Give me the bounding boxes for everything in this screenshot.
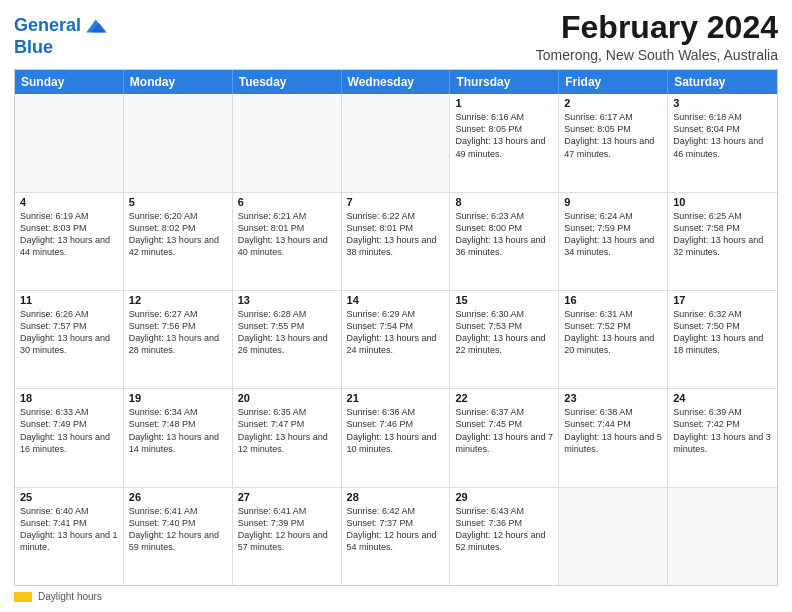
day-number: 28 — [347, 491, 445, 503]
cell-line: Sunset: 8:05 PM — [564, 123, 662, 135]
calendar-cell: 20Sunrise: 6:35 AMSunset: 7:47 PMDayligh… — [233, 389, 342, 486]
cell-line: Sunrise: 6:19 AM — [20, 210, 118, 222]
day-number: 27 — [238, 491, 336, 503]
calendar-cell: 25Sunrise: 6:40 AMSunset: 7:41 PMDayligh… — [15, 488, 124, 585]
cell-line: Sunrise: 6:34 AM — [129, 406, 227, 418]
calendar-header-cell: Monday — [124, 70, 233, 94]
cell-line: Daylight: 13 hours and 40 minutes. — [238, 234, 336, 258]
day-number: 13 — [238, 294, 336, 306]
calendar-cell: 22Sunrise: 6:37 AMSunset: 7:45 PMDayligh… — [450, 389, 559, 486]
day-number: 3 — [673, 97, 772, 109]
calendar-cell: 10Sunrise: 6:25 AMSunset: 7:58 PMDayligh… — [668, 193, 777, 290]
cell-line: Daylight: 13 hours and 18 minutes. — [673, 332, 772, 356]
cell-line: Daylight: 13 hours and 16 minutes. — [20, 431, 118, 455]
cell-line: Sunrise: 6:30 AM — [455, 308, 553, 320]
cell-line: Sunrise: 6:41 AM — [129, 505, 227, 517]
calendar-cell: 29Sunrise: 6:43 AMSunset: 7:36 PMDayligh… — [450, 488, 559, 585]
calendar-cell: 5Sunrise: 6:20 AMSunset: 8:02 PMDaylight… — [124, 193, 233, 290]
cell-line: Daylight: 13 hours and 47 minutes. — [564, 135, 662, 159]
calendar-header-cell: Thursday — [450, 70, 559, 94]
cell-line: Sunset: 8:03 PM — [20, 222, 118, 234]
day-number: 2 — [564, 97, 662, 109]
day-number: 24 — [673, 392, 772, 404]
cell-line: Daylight: 12 hours and 52 minutes. — [455, 529, 553, 553]
calendar-row: 4Sunrise: 6:19 AMSunset: 8:03 PMDaylight… — [15, 192, 777, 290]
cell-line: Sunset: 8:01 PM — [238, 222, 336, 234]
day-number: 8 — [455, 196, 553, 208]
cell-line: Sunset: 7:40 PM — [129, 517, 227, 529]
cell-line: Sunset: 7:42 PM — [673, 418, 772, 430]
calendar-cell: 27Sunrise: 6:41 AMSunset: 7:39 PMDayligh… — [233, 488, 342, 585]
calendar-cell — [668, 488, 777, 585]
cell-line: Sunrise: 6:22 AM — [347, 210, 445, 222]
logo-text: General — [14, 16, 81, 36]
cell-line: Sunrise: 6:16 AM — [455, 111, 553, 123]
cell-line: Sunrise: 6:26 AM — [20, 308, 118, 320]
day-number: 5 — [129, 196, 227, 208]
cell-line: Sunset: 7:59 PM — [564, 222, 662, 234]
calendar-cell: 24Sunrise: 6:39 AMSunset: 7:42 PMDayligh… — [668, 389, 777, 486]
day-number: 7 — [347, 196, 445, 208]
day-number: 25 — [20, 491, 118, 503]
cell-line: Sunrise: 6:43 AM — [455, 505, 553, 517]
calendar-header-cell: Friday — [559, 70, 668, 94]
cell-line: Daylight: 13 hours and 34 minutes. — [564, 234, 662, 258]
title-block: February 2024 Tomerong, New South Wales,… — [536, 10, 778, 63]
cell-line: Sunset: 7:39 PM — [238, 517, 336, 529]
cell-line: Daylight: 12 hours and 57 minutes. — [238, 529, 336, 553]
logo-subtext: Blue — [14, 38, 107, 58]
cell-line: Sunrise: 6:25 AM — [673, 210, 772, 222]
calendar-cell: 15Sunrise: 6:30 AMSunset: 7:53 PMDayligh… — [450, 291, 559, 388]
calendar-cell: 23Sunrise: 6:38 AMSunset: 7:44 PMDayligh… — [559, 389, 668, 486]
calendar-header: SundayMondayTuesdayWednesdayThursdayFrid… — [15, 70, 777, 94]
calendar-cell: 17Sunrise: 6:32 AMSunset: 7:50 PMDayligh… — [668, 291, 777, 388]
cell-line: Daylight: 13 hours and 12 minutes. — [238, 431, 336, 455]
cell-line: Sunset: 7:54 PM — [347, 320, 445, 332]
cell-line: Sunset: 7:56 PM — [129, 320, 227, 332]
calendar-cell — [233, 94, 342, 191]
cell-line: Sunrise: 6:41 AM — [238, 505, 336, 517]
day-number: 9 — [564, 196, 662, 208]
cell-line: Sunrise: 6:39 AM — [673, 406, 772, 418]
calendar-cell: 21Sunrise: 6:36 AMSunset: 7:46 PMDayligh… — [342, 389, 451, 486]
day-number: 23 — [564, 392, 662, 404]
cell-line: Daylight: 13 hours and 1 minute. — [20, 529, 118, 553]
cell-line: Daylight: 13 hours and 20 minutes. — [564, 332, 662, 356]
cell-line: Daylight: 13 hours and 7 minutes. — [455, 431, 553, 455]
calendar-cell: 13Sunrise: 6:28 AMSunset: 7:55 PMDayligh… — [233, 291, 342, 388]
day-number: 22 — [455, 392, 553, 404]
cell-line: Sunset: 7:48 PM — [129, 418, 227, 430]
cell-line: Sunrise: 6:18 AM — [673, 111, 772, 123]
day-number: 17 — [673, 294, 772, 306]
cell-line: Sunset: 7:53 PM — [455, 320, 553, 332]
day-number: 10 — [673, 196, 772, 208]
calendar-body: 1Sunrise: 6:16 AMSunset: 8:05 PMDaylight… — [15, 94, 777, 585]
calendar-header-cell: Wednesday — [342, 70, 451, 94]
day-number: 29 — [455, 491, 553, 503]
cell-line: Daylight: 13 hours and 46 minutes. — [673, 135, 772, 159]
day-number: 6 — [238, 196, 336, 208]
footer: Daylight hours — [14, 591, 778, 602]
cell-line: Daylight: 12 hours and 59 minutes. — [129, 529, 227, 553]
cell-line: Daylight: 13 hours and 32 minutes. — [673, 234, 772, 258]
calendar-cell — [559, 488, 668, 585]
cell-line: Sunset: 8:05 PM — [455, 123, 553, 135]
cell-line: Daylight: 13 hours and 3 minutes. — [673, 431, 772, 455]
cell-line: Daylight: 13 hours and 36 minutes. — [455, 234, 553, 258]
cell-line: Sunrise: 6:38 AM — [564, 406, 662, 418]
subtitle: Tomerong, New South Wales, Australia — [536, 47, 778, 63]
cell-line: Sunset: 7:45 PM — [455, 418, 553, 430]
cell-line: Daylight: 13 hours and 44 minutes. — [20, 234, 118, 258]
calendar-cell: 18Sunrise: 6:33 AMSunset: 7:49 PMDayligh… — [15, 389, 124, 486]
calendar-cell: 6Sunrise: 6:21 AMSunset: 8:01 PMDaylight… — [233, 193, 342, 290]
day-number: 4 — [20, 196, 118, 208]
calendar-cell: 26Sunrise: 6:41 AMSunset: 7:40 PMDayligh… — [124, 488, 233, 585]
daylight-bar-icon — [14, 592, 32, 602]
cell-line: Daylight: 13 hours and 22 minutes. — [455, 332, 553, 356]
day-number: 18 — [20, 392, 118, 404]
cell-line: Sunrise: 6:40 AM — [20, 505, 118, 517]
day-number: 16 — [564, 294, 662, 306]
calendar-row: 18Sunrise: 6:33 AMSunset: 7:49 PMDayligh… — [15, 388, 777, 486]
calendar-cell: 11Sunrise: 6:26 AMSunset: 7:57 PMDayligh… — [15, 291, 124, 388]
cell-line: Daylight: 13 hours and 5 minutes. — [564, 431, 662, 455]
